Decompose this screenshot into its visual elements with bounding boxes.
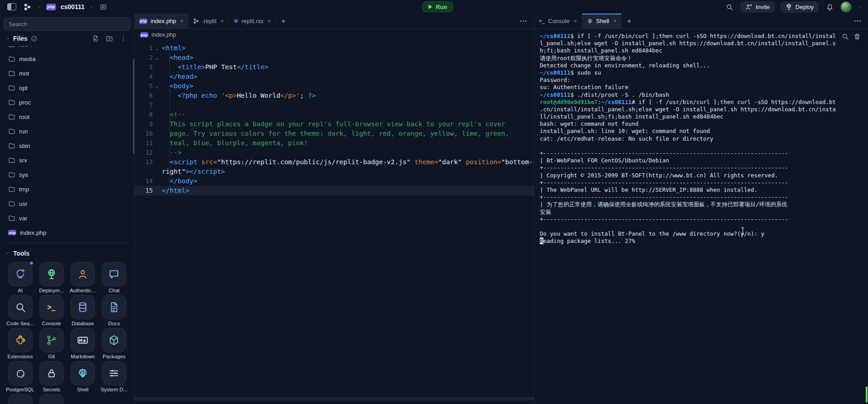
sidebar-toggle-icon[interactable] (6, 1, 17, 12)
file-item-opt[interactable]: opt (4, 81, 131, 95)
terminal-clear-trash-icon[interactable] (854, 33, 861, 40)
code-editor[interactable]: 1⌄<html>2⌄ <head>3 <title>PHP Test</titl… (135, 41, 534, 404)
tool-label: Shell (77, 387, 89, 392)
fold-chevron-icon[interactable]: ⌄ (156, 43, 162, 53)
close-tab-icon[interactable]: × (574, 18, 577, 24)
close-tab-icon[interactable]: × (268, 18, 271, 24)
file-item-mnt[interactable]: mnt (4, 66, 131, 81)
search-icon[interactable] (724, 1, 735, 12)
line-number[interactable]: 8 (135, 110, 156, 119)
tool-deploym[interactable]: Deploym... (36, 262, 67, 295)
line-number[interactable]: 3 (135, 62, 156, 72)
indent-guide (170, 53, 170, 186)
line-number[interactable] (135, 167, 156, 176)
file-item-proc[interactable]: proc (4, 95, 131, 109)
line-number[interactable]: 6 (135, 91, 156, 100)
shell-tab-shell[interactable]: Shell× (582, 14, 622, 29)
run-button[interactable]: Run (422, 1, 453, 12)
close-tab-icon[interactable]: × (180, 18, 184, 24)
line-number[interactable]: 12 (135, 148, 156, 157)
line-number[interactable]: 14 (135, 176, 156, 186)
file-name: mnt (19, 70, 29, 77)
line-number[interactable]: 10 (135, 129, 156, 138)
file-item-lib64[interactable]: lib64 (4, 46, 131, 52)
terminal-line-18: | Bt-WebPanel FOR CentOS/Ubuntu/Debian (540, 157, 863, 164)
chevron-down-icon[interactable] (37, 5, 42, 9)
replit-logo-icon[interactable] (22, 1, 33, 12)
panel-options-kebab-icon[interactable]: ••• (848, 14, 868, 29)
tool-system-d[interactable]: System D... (99, 361, 130, 394)
tool-postgresql[interactable]: PostgreSQL (5, 361, 36, 394)
check-circle-icon[interactable] (31, 35, 38, 42)
editor-tab-index-php[interactable]: phpindex.php× (135, 14, 189, 29)
editor-tab-replit-nix[interactable]: ❄replit.nix× (229, 14, 276, 29)
file-item-srv[interactable]: srv (4, 153, 131, 167)
terminal-output[interactable]: ~/cs00111$ if [ -f /usr/bin/curl ];then … (534, 29, 868, 404)
line-number[interactable]: 1 (135, 43, 156, 53)
kebab-menu-icon[interactable]: ⋮ (118, 33, 129, 44)
terminal-line-17: +---------------------------------------… (540, 150, 863, 157)
breadcrumb[interactable]: php index.php (135, 29, 534, 41)
tool-ai[interactable]: AI (5, 262, 36, 295)
new-tab-icon[interactable]: + (276, 14, 291, 29)
tool-code-sea[interactable]: Code Sea... (5, 295, 36, 328)
file-item-index.php[interactable]: phpindex.php (4, 225, 131, 240)
close-tab-icon[interactable]: × (613, 18, 617, 24)
fold-chevron-icon[interactable]: ⌄ (156, 53, 162, 62)
tool-console[interactable]: >_Console (36, 295, 67, 328)
tool-git[interactable]: Git (36, 328, 67, 361)
layout-icon[interactable] (98, 1, 109, 12)
notifications-bell-icon[interactable] (824, 1, 835, 12)
file-item-sbin[interactable]: sbin (4, 138, 131, 153)
terminal-line-27 (540, 223, 863, 230)
file-item-tmp[interactable]: tmp (4, 182, 131, 196)
tool-chat[interactable]: Chat (99, 262, 130, 295)
invite-button[interactable]: Invite (740, 1, 774, 13)
line-number[interactable]: 15 (135, 186, 156, 195)
chevron-down-icon[interactable] (5, 36, 10, 41)
tool-secrets[interactable]: Secrets (36, 361, 67, 394)
terminal-line-26: +---------------------------------------… (540, 216, 863, 223)
file-item-var[interactable]: var (4, 211, 131, 225)
tool-partial[interactable] (5, 394, 36, 404)
close-tab-icon[interactable]: × (221, 18, 224, 24)
new-tab-icon[interactable]: + (622, 14, 637, 29)
tool-partial[interactable] (36, 394, 67, 404)
chevron-down-icon[interactable] (857, 5, 862, 9)
line-number[interactable]: 4 (135, 72, 156, 81)
chevron-down-icon[interactable] (89, 5, 94, 9)
file-item-root[interactable]: root (4, 109, 131, 124)
chevron-down-icon[interactable] (5, 251, 10, 256)
search-input[interactable]: Search (4, 17, 131, 31)
tool-authentic[interactable]: Authentic... (67, 262, 99, 295)
line-number[interactable]: 9 (135, 119, 156, 129)
deploy-button[interactable]: Deploy (780, 1, 819, 13)
tool-markdown[interactable]: Markdown (67, 328, 99, 361)
terminal-scroll-indicator[interactable] (866, 386, 868, 403)
editor-tab--replit[interactable]: .replit× (189, 14, 229, 29)
line-number[interactable]: 5 (135, 81, 156, 91)
panel-options-kebab-icon[interactable]: ••• (514, 14, 534, 29)
editor-resize-handle[interactable] (135, 397, 534, 400)
line-number[interactable]: 13 (135, 157, 156, 167)
terminal-search-icon[interactable] (841, 33, 849, 40)
tool-database[interactable]: Database (67, 295, 99, 328)
new-file-icon[interactable] (90, 33, 101, 44)
file-item-run[interactable]: run (4, 124, 131, 138)
line-number[interactable]: 7 (135, 100, 156, 110)
tool-shell[interactable]: Shell (67, 361, 99, 394)
shell-tab-console[interactable]: >_Console× (534, 14, 582, 29)
new-folder-icon[interactable] (104, 33, 115, 44)
tool-extensions[interactable]: Extensions (5, 328, 36, 361)
avatar[interactable] (840, 1, 852, 13)
workspace-title[interactable]: cs00111 (61, 3, 85, 10)
file-item-media[interactable]: media (4, 52, 131, 66)
file-item-sys[interactable]: sys (4, 167, 131, 182)
code-text: <!-- (162, 110, 534, 119)
file-item-usr[interactable]: usr (4, 196, 131, 211)
line-number[interactable]: 2 (135, 53, 156, 62)
fold-chevron-icon[interactable]: ⌄ (156, 81, 162, 91)
tool-docs[interactable]: Docs (99, 295, 130, 328)
tool-packages[interactable]: Packages (99, 328, 130, 361)
line-number[interactable]: 11 (135, 138, 156, 148)
